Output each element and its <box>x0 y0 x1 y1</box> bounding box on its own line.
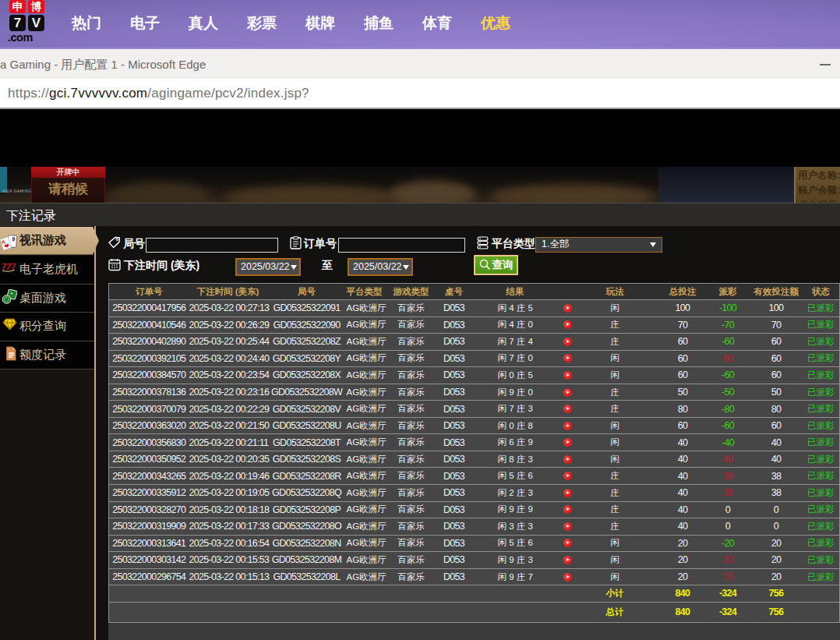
svg-text:777: 777 <box>2 262 16 271</box>
svg-text:9: 9 <box>12 236 16 242</box>
